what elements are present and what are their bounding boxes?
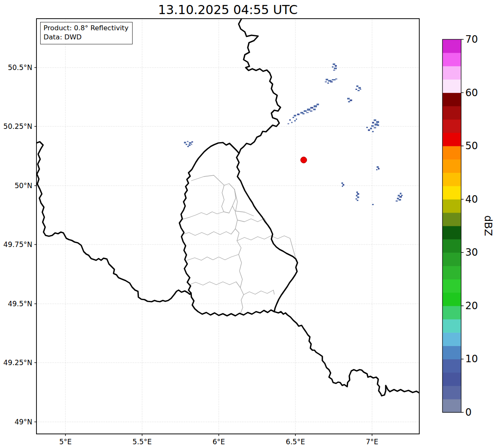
colorbar-tick-label: 60 — [465, 87, 478, 99]
plot-frame — [36, 19, 419, 434]
radar-echo-cell — [302, 113, 305, 114]
colorbar-segment — [442, 279, 461, 293]
radar-echo-cell — [313, 109, 316, 110]
country-border — [36, 142, 191, 302]
radar-echo-cell — [378, 168, 380, 170]
colorbar-segment — [442, 66, 461, 80]
y-tick-label: 49.25°N — [3, 358, 32, 367]
colorbar-segment — [442, 359, 461, 373]
colorbar-segment — [442, 319, 461, 333]
radar-echo-cell — [366, 127, 368, 128]
colorbar-segment — [442, 146, 461, 160]
colorbar-segment — [442, 79, 461, 93]
radar-echo-cell — [314, 105, 317, 107]
radar-echo-cell — [370, 128, 372, 129]
colorbar-segment — [442, 266, 461, 279]
map-borders-group — [36, 19, 419, 396]
radar-echo-cell — [371, 125, 374, 127]
radar-echo-cell — [304, 110, 307, 112]
radar-echo-cell — [325, 81, 327, 82]
colorbar-segment — [442, 239, 461, 253]
radar-echo-cell — [310, 107, 313, 109]
y-tick-label: 50.5°N — [8, 63, 32, 72]
radar-echo-cell — [332, 79, 336, 80]
region-border — [244, 290, 274, 295]
colorbar-tick-label: 70 — [465, 34, 478, 45]
region-border — [234, 189, 244, 313]
x-tick-label: 6.5°E — [286, 438, 305, 446]
radar-echo-cell — [326, 79, 328, 80]
radar-site-marker — [301, 157, 307, 163]
radar-echo-cell — [333, 63, 335, 65]
colorbar-segment — [442, 332, 461, 346]
radar-echo-cell — [310, 110, 312, 112]
region-border — [237, 236, 296, 259]
colorbar-segment — [442, 133, 461, 146]
x-tick-label: 7°E — [366, 438, 378, 446]
y-tick-label: 50°N — [15, 182, 32, 190]
radar-echo-cell — [293, 117, 294, 118]
radar-echo-cell — [317, 104, 319, 105]
radar-echo-cell — [307, 109, 310, 111]
radar-echo-cell — [357, 196, 359, 198]
radar-echo-cell — [335, 78, 337, 80]
y-tick-label: 49.75°N — [3, 240, 32, 249]
radar-echo-cell — [343, 184, 344, 186]
radar-echo-cell — [291, 122, 293, 123]
radar-echo-cell — [191, 141, 193, 143]
country-border — [274, 312, 419, 396]
country-border — [239, 19, 280, 153]
colorbar-tick-label: 40 — [465, 194, 478, 205]
region-border — [189, 282, 240, 288]
radar-figure: 13.10.2025 04:55 UTC Product: 0.8° Refle… — [0, 0, 498, 448]
radar-echo-cell — [357, 200, 358, 201]
colorbar-segment — [442, 186, 461, 200]
colorbar-tick-label: 0 — [465, 407, 471, 418]
radar-echo-cell — [296, 119, 297, 120]
colorbar-tick-label: 20 — [465, 300, 478, 312]
radar-echo-cell — [372, 122, 374, 124]
product-info-box: Product: 0.8° Reflectivity Data: DWD — [40, 22, 133, 44]
radar-echo-cell — [347, 98, 350, 99]
radar-echo-cell — [186, 144, 187, 145]
colorbar-segment — [442, 172, 461, 186]
radar-echo-cell — [187, 141, 189, 142]
radar-echo-cell — [330, 81, 333, 82]
colorbar-segment — [442, 252, 461, 266]
region-border — [181, 229, 235, 235]
colorbar-tick-label: 50 — [465, 140, 478, 152]
radar-echo-cell — [374, 127, 376, 128]
colorbar-segment — [442, 93, 461, 107]
radar-echo-cell — [356, 195, 358, 196]
radar-echo-cell — [399, 199, 401, 201]
radar-echo-cell — [187, 146, 189, 147]
y-tick-label: 49.5°N — [8, 300, 32, 308]
radar-echo-cell — [356, 85, 358, 87]
radar-echo-cell — [342, 186, 343, 187]
colorbar-segment — [442, 53, 461, 66]
colorbar-segment — [442, 399, 461, 413]
region-border — [191, 175, 234, 189]
x-tick-label: 5.5°E — [133, 438, 152, 446]
country-border — [179, 143, 297, 316]
radar-echo-cell — [184, 142, 186, 143]
radar-echo-cell — [189, 144, 191, 146]
radar-echo-cell — [358, 90, 360, 91]
colorbar-segment — [442, 386, 461, 400]
colorbar-segment — [442, 213, 461, 226]
radar-echo-cell — [288, 123, 289, 124]
colorbar-tick-label: 30 — [465, 247, 478, 258]
x-tick-label: 5°E — [59, 438, 72, 446]
radar-echo-cell — [376, 169, 377, 170]
radar-echo-cell — [348, 101, 350, 102]
radar-echo-cell — [327, 82, 329, 84]
colorbar-segment — [442, 199, 461, 213]
colorbar-segment — [442, 159, 461, 173]
radar-echo-cell — [355, 89, 357, 90]
radar-echo-cell — [401, 195, 403, 196]
radar-echo-cell — [358, 87, 361, 89]
radar-echo-cell — [189, 142, 191, 144]
colorbar-segment — [442, 226, 461, 240]
radar-echo-cell — [377, 124, 379, 126]
colorbar-segment — [442, 346, 461, 359]
